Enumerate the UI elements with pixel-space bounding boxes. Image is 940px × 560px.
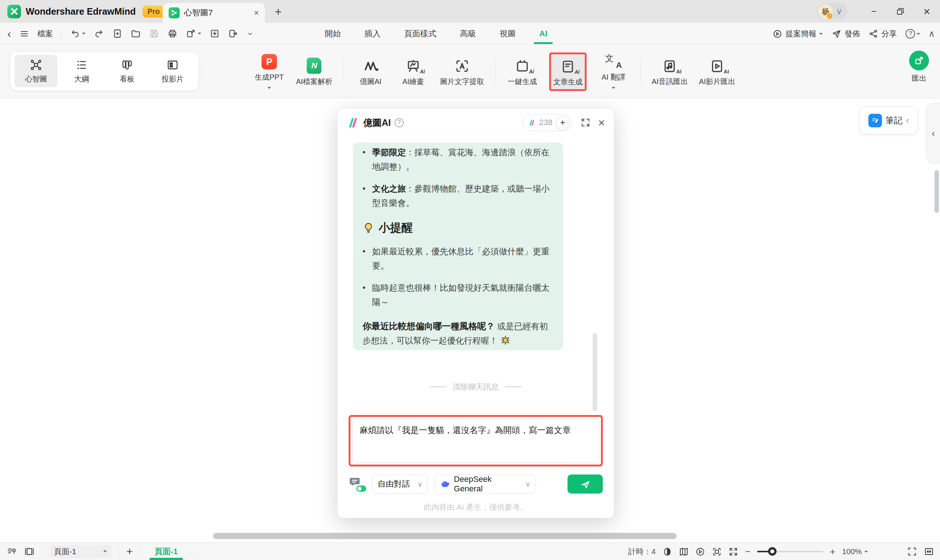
tool-ocr-extract[interactable]: 圖片文字提取 [440, 57, 484, 87]
help-caret-icon [917, 33, 920, 37]
page-select-dropdown[interactable]: 頁面-1 [49, 545, 111, 558]
minimize-button[interactable]: − [861, 0, 887, 23]
tool-article-generate[interactable]: Ai 文章生成 [549, 52, 587, 91]
zoom-slider[interactable] [757, 551, 823, 552]
play-slideshow-icon[interactable] [695, 547, 705, 557]
chevron-down-icon: ∨ [525, 480, 531, 488]
save-icon[interactable] [149, 29, 159, 38]
pro-badge[interactable]: Pro [142, 6, 165, 18]
tab-view[interactable]: 視圖 [500, 23, 516, 45]
back-icon[interactable]: ‹ [7, 28, 11, 40]
import-icon[interactable] [210, 29, 220, 38]
document-tab[interactable]: 心智圖7 × [163, 3, 265, 23]
redo-button[interactable] [94, 29, 104, 38]
divider-line [430, 386, 447, 387]
canvas[interactable]: 筆記 ‹ ‹ 億圖AI ? [0, 98, 940, 542]
help-button[interactable]: ? [906, 29, 920, 38]
dialog-help-icon[interactable]: ? [395, 118, 404, 127]
zoom-out-button[interactable]: − [745, 546, 750, 557]
tab-advanced[interactable]: 高級 [460, 23, 476, 45]
tool-ai-paint[interactable]: Ai AI繪畫 [397, 57, 429, 87]
tool-ai-file-analysis[interactable]: N AI檔案解析 [296, 57, 332, 87]
zoom-slider-knob[interactable] [768, 547, 776, 555]
new-tab-button[interactable]: + [275, 5, 282, 19]
close-window-button[interactable]: × [914, 0, 940, 23]
share-document-icon[interactable] [228, 29, 238, 38]
collapse-ribbon-icon[interactable]: ∧ [928, 29, 935, 39]
map-view-icon[interactable] [679, 547, 689, 557]
tip-heading: 小提醒 [363, 220, 554, 235]
add-page-button[interactable]: + [127, 545, 133, 558]
notes-chevron-icon: ‹ [906, 115, 909, 126]
export-menu-button[interactable] [186, 29, 201, 38]
tool-ai-audio-export[interactable]: AI AI音訊匯出 [651, 57, 688, 87]
chat-mode-select[interactable]: 自由對話 ∨ [372, 474, 428, 494]
tab-close-icon[interactable]: × [254, 8, 259, 18]
notes-button[interactable]: 筆記 ‹ [860, 107, 918, 134]
undo-button[interactable] [70, 29, 86, 38]
titlebar-right: 杨 ✓ ∨ − × [817, 0, 940, 23]
file-menu[interactable]: 檔案 [37, 29, 53, 39]
tool-edraw-ai[interactable]: 億圖AI [355, 57, 386, 87]
share-button[interactable]: 分享 [869, 29, 897, 39]
mode-kanban[interactable]: 看板 [106, 55, 148, 87]
restore-button[interactable] [887, 0, 914, 23]
tab-start[interactable]: 開始 [325, 23, 341, 45]
mindmap-file-icon [168, 7, 180, 18]
panel-collapse-tab[interactable]: ‹ [926, 103, 940, 164]
dialog-scrollbar-thumb[interactable] [593, 333, 597, 411]
easel-icon [406, 58, 421, 74]
mode-slides[interactable]: 投影片 [151, 55, 194, 87]
expand-dialog-icon[interactable] [580, 117, 591, 128]
ai-disclaimer: 此內容由 AI 產生，僅供參考。 [338, 502, 614, 512]
message-bullet: • 如果最近較累，優先休息比「必須做什麼」更重要。 [363, 245, 554, 273]
tool-one-click-generate[interactable]: Ai 一鍵生成 [506, 57, 538, 87]
credits-logo-icon [528, 118, 536, 127]
more-tools-icon[interactable] [247, 30, 254, 37]
fullscreen-icon[interactable] [907, 546, 917, 557]
publish-button[interactable]: 發佈 [832, 29, 860, 39]
model-select[interactable]: DeepSeek General ∨ [435, 474, 536, 494]
page-tab-active[interactable]: 頁面-1 [148, 543, 185, 560]
horizontal-scrollbar-thumb[interactable] [213, 533, 677, 539]
tab-insert[interactable]: 插入 [364, 23, 381, 45]
fit-width-icon[interactable] [924, 546, 934, 557]
tool-generate-ppt[interactable]: P 生成PPT [253, 52, 285, 91]
mode-mindmap[interactable]: 心智圖 [15, 55, 57, 87]
tool-ai-translate[interactable]: 文 A AI 翻譯 [597, 52, 629, 91]
lightbulb-icon [363, 222, 374, 234]
board-view-icon[interactable] [24, 546, 34, 557]
open-folder-icon[interactable] [131, 29, 141, 38]
account-menu[interactable]: 杨 ✓ ∨ [817, 3, 847, 20]
export-button[interactable]: 匯出 [909, 51, 929, 83]
close-dialog-icon[interactable]: × [598, 116, 605, 129]
send-button[interactable] [568, 474, 603, 494]
tab-page-style[interactable]: 頁面樣式 [404, 23, 437, 45]
add-credits-button[interactable]: + [556, 116, 570, 129]
hamburger-menu-icon[interactable] [20, 29, 29, 38]
pitch-button[interactable]: 提案簡報 [772, 29, 823, 39]
ocr-scan-icon [454, 58, 470, 74]
expand-arrows-icon[interactable] [729, 547, 738, 557]
fit-selection-icon[interactable] [712, 547, 722, 557]
print-icon[interactable] [168, 29, 178, 38]
credits-pill[interactable]: 238 + [522, 114, 572, 131]
prompt-input[interactable]: 麻煩請以『我是一隻貓，還沒名字』為開頭，寫一篇文章 [352, 419, 599, 463]
edrawmind-window: Wondershare EdrawMind Pro 心智圖7 × + 杨 ✓ ∨… [0, 0, 940, 560]
right-scrollbar-thumb[interactable] [934, 170, 939, 213]
zoom-in-button[interactable]: + [830, 546, 835, 557]
clear-chat-button[interactable]: 清除聊天訊息 [338, 382, 614, 392]
edraw-ai-icon [362, 58, 379, 74]
timer-pie-icon[interactable] [662, 547, 672, 557]
chat-toggle-icon[interactable] [349, 475, 366, 492]
play-circle-icon [772, 29, 783, 39]
zoom-level-dropdown[interactable]: 100% [842, 547, 868, 556]
mode-outline[interactable]: 大綱 [60, 55, 103, 87]
tool-ai-video-export[interactable]: AI AI影片匯出 [699, 57, 735, 87]
zoom-level: 100% [842, 547, 862, 556]
new-document-icon[interactable] [113, 29, 122, 38]
page-outline-icon[interactable] [7, 546, 17, 557]
export-caret-icon [198, 33, 201, 36]
prompt-highlight-frame: 麻煩請以『我是一隻貓，還沒名字』為開頭，寫一篇文章 [349, 415, 603, 466]
tab-ai[interactable]: AI [539, 23, 547, 45]
